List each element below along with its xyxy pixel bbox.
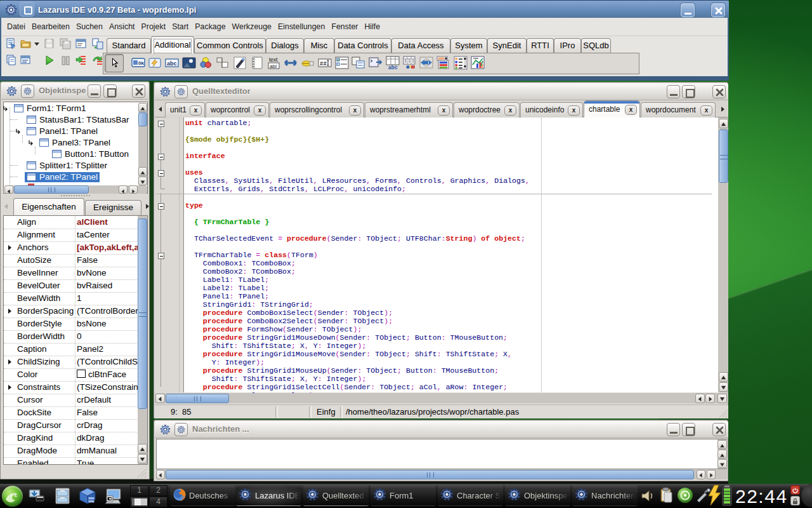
- svg-text:##: ##: [320, 61, 327, 67]
- svg-text:abc: abc: [388, 64, 398, 70]
- svg-text:abI: abI: [270, 64, 277, 69]
- svg-text:text: text: [269, 57, 278, 63]
- svg-text:abc: abc: [167, 60, 177, 67]
- svg-text:0k: 0k: [138, 60, 144, 66]
